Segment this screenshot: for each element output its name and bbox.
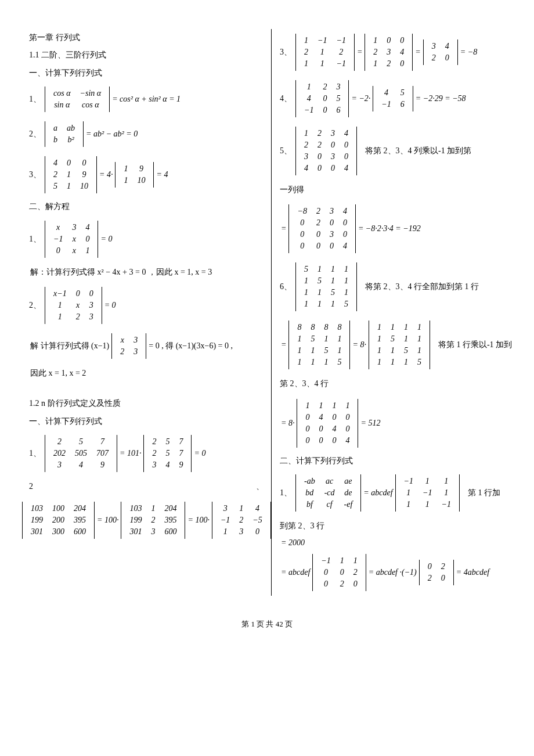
page-footer: 第 1 页 共 42 页: [0, 619, 534, 629]
problem-2: 2、 aabbb² = ab² − ab² = 0: [29, 121, 264, 147]
det2: 19110: [115, 162, 154, 188]
heading-compute-r2: 二、计算下列行列式: [280, 455, 513, 467]
r-p6-note2: 第 2、3、4 行: [280, 377, 513, 390]
r-r1-b: = 2000: [281, 537, 512, 549]
rhs: = cos² α + sin² α = 1: [112, 95, 181, 104]
q1: 1、 257202505707349 = 101· 257257349 = 0: [29, 435, 264, 472]
q2-label: 2、: [29, 480, 264, 493]
page-body: 第一章 行列式 1.1 二阶、三阶行列式 一、计算下列行列式 1、 cos α−…: [0, 0, 534, 607]
det: cos α−sin αsin αcos α: [45, 87, 110, 112]
label: 2、: [29, 300, 41, 311]
det: 257202505707349: [45, 435, 117, 472]
r-p5-b: = −8234020000300004 = −8·2·3·4 = −192: [280, 204, 513, 253]
r-r1: 1、 -abacaebd-cddebfcf-ef = abcdef −1111−…: [280, 474, 513, 512]
mid: = 4·: [99, 170, 113, 179]
label: 1、: [29, 448, 41, 459]
note: 将第 1 行乘以-1 加到: [438, 340, 512, 350]
r-r1-c: = abcdef −111002020 = abcdef ·(−1) 0220 …: [280, 554, 513, 591]
problem-3: 3、 4002195110 = 4· 19110 = 4: [29, 156, 264, 193]
rhs: = 4: [156, 170, 168, 179]
label: 3、: [29, 170, 41, 180]
label: 6、: [280, 282, 292, 292]
rhs: = 0: [104, 301, 116, 310]
mid: = 101·: [120, 449, 141, 458]
det: aabbb²: [45, 121, 84, 147]
label: 3、: [280, 47, 292, 57]
r-r1-note2: 到第 2、3 行: [280, 520, 513, 532]
rhs: = 0: [194, 449, 205, 458]
det: x34−1x00x1: [45, 221, 98, 258]
det2: 103120419923953013600: [121, 502, 185, 539]
section-1-1: 1.1 二阶、三阶行列式: [29, 49, 264, 62]
rhs: = 4abcdef: [456, 568, 489, 577]
r-p6-b: = 8888151111511115 = 8· 1111151111511115…: [280, 321, 513, 369]
r-p5-note2: 一列得: [280, 183, 513, 196]
label: 1、: [29, 94, 41, 105]
det: x−1001x3123: [45, 287, 102, 324]
label: 5、: [280, 146, 292, 156]
heading-compute-2: 一、计算下列行列式: [29, 415, 264, 428]
label: 4、: [280, 93, 292, 104]
r-p4: 4、 123405−106 = −2· 45−16 = −2·29 = −58: [280, 80, 513, 117]
label: 1、: [280, 488, 292, 498]
rhs: = 0: [100, 235, 112, 244]
eq-1-solution: 解：计算行列式得 x² − 4x + 3 = 0 ，因此 x = 1, x = …: [29, 266, 264, 279]
problem-1: 1、 cos α−sin αsin αcos α = cos² α + sin²…: [29, 87, 264, 112]
rhs: = −2·29 = −58: [416, 94, 466, 103]
r-p6-c: = 8· 1111040000400004 = 512: [280, 399, 513, 448]
section-1-2: 1.2 n 阶行列式定义及性质: [29, 397, 264, 410]
eq-2-solution-a: 解 计算行列式得 (x−1) x323 = 0 , 得 (x−1)(3x−6) …: [29, 333, 264, 359]
label: 1、: [29, 234, 41, 244]
heading-solve: 二、解方程: [29, 200, 264, 213]
det2: 257257349: [143, 435, 192, 472]
rhs: = 512: [360, 419, 380, 428]
mid1: = 100·: [97, 516, 118, 525]
rhs: = ab² − ab² = 0: [86, 129, 138, 139]
left-column: 第一章 行列式 1.1 二阶、三阶行列式 一、计算下列行列式 1、 cos α−…: [29, 29, 271, 596]
rhs: = −8·2·3·4 = −192: [358, 224, 421, 233]
r-p5: 5、 1234220030304004 将第 2、3、4 列乘以-1 加到第: [280, 127, 513, 175]
r-p6: 6、 5111151111511115 将第 2、3、4 行全部加到第 1 行: [280, 262, 513, 311]
det: 103100204199200395301300600: [22, 502, 95, 539]
det: x323: [111, 333, 146, 359]
eq-2: 2、 x−1001x3123 = 0: [29, 287, 264, 324]
det: 4002195110: [45, 156, 97, 193]
det3: 314−12−5130: [212, 502, 271, 539]
note: 第 1 行加: [468, 488, 500, 498]
heading-compute-1: 一、计算下列行列式: [29, 67, 264, 80]
note: 将第 2、3、4 行全部加到第 1 行: [365, 282, 479, 292]
note: 将第 2、3、4 列乘以-1 加到第: [365, 146, 471, 156]
eq-2-solution-b: 因此 x = 1, x = 2: [29, 367, 264, 380]
q2: 103100204199200395301300600 = 100· 10312…: [21, 502, 264, 539]
chapter-title: 第一章 行列式: [29, 31, 264, 44]
mid2: = 100·: [187, 516, 209, 525]
right-column: 3、 1−1−121211−1 = 100234120 = 3420 = −8 …: [272, 29, 513, 596]
rhs: = −8: [460, 48, 477, 57]
eq-1: 1、 x34−1x00x1 = 0: [29, 221, 264, 258]
r-p3: 3、 1−1−121211−1 = 100234120 = 3420 = −8: [280, 34, 513, 71]
label: 2、: [29, 129, 41, 139]
